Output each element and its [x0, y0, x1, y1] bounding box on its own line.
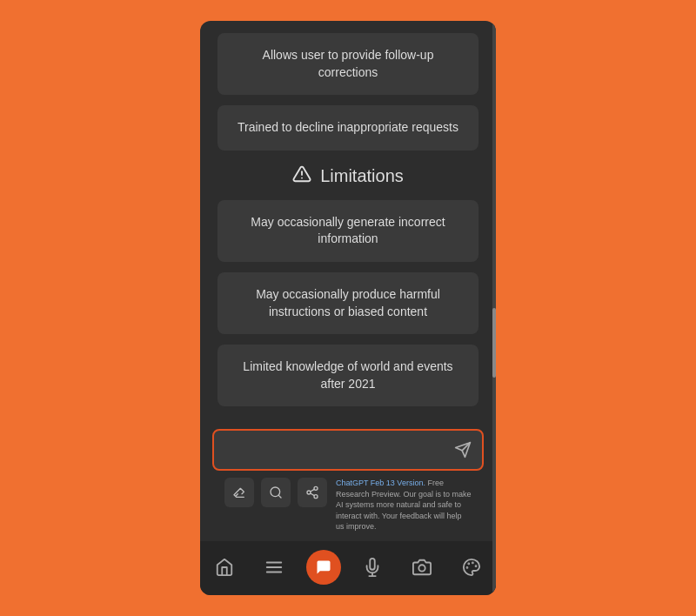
- scrollbar: [492, 21, 496, 595]
- footer-icons: [224, 478, 327, 507]
- footer-text: ChatGPT Feb 13 Version. Free Research Pr…: [336, 478, 472, 532]
- svg-point-19: [468, 563, 469, 564]
- search-icon: [269, 485, 283, 499]
- mic-icon: [363, 558, 382, 577]
- svg-line-10: [311, 489, 315, 492]
- incorrect-info-card: May occasionally generate incorrect info…: [218, 200, 478, 262]
- warning-icon: [292, 164, 311, 188]
- share-icon: [305, 485, 319, 499]
- harmful-content-card: May occasionally produce harmful instruc…: [218, 272, 478, 334]
- nav-chat-button[interactable]: [306, 550, 341, 585]
- limitations-header: Limitations: [218, 164, 478, 188]
- phone-container: Allows user to provide follow-up correct…: [200, 21, 496, 595]
- nav-camera-button[interactable]: [405, 550, 439, 585]
- nav-palette-button[interactable]: [454, 550, 489, 585]
- chat-icon: [315, 559, 332, 576]
- svg-point-18: [475, 566, 476, 566]
- share-button[interactable]: [298, 478, 327, 507]
- decline-card: Trained to decline inappropriate request…: [218, 105, 478, 151]
- svg-point-20: [466, 567, 467, 568]
- svg-line-5: [278, 495, 281, 498]
- nav-menu-button[interactable]: [257, 550, 291, 585]
- nav-home-button[interactable]: [207, 550, 242, 585]
- content-area: Allows user to provide follow-up correct…: [200, 21, 496, 422]
- bottom-nav: [200, 541, 496, 595]
- camera-icon: [412, 558, 432, 577]
- footer-info: ChatGPT Feb 13 Version. Free Research Pr…: [212, 476, 484, 538]
- menu-icon: [264, 558, 284, 577]
- home-icon: [215, 558, 234, 577]
- limited-knowledge-card: Limited knowledge of world and events af…: [218, 345, 478, 406]
- input-area: ChatGPT Feb 13 Version. Free Research Pr…: [200, 422, 496, 541]
- scrollbar-thumb: [492, 308, 496, 378]
- palette-icon: [462, 558, 481, 577]
- eraser-icon: [232, 485, 246, 499]
- svg-point-17: [472, 563, 473, 564]
- svg-point-16: [418, 565, 425, 571]
- svg-line-9: [311, 493, 315, 496]
- search-button[interactable]: [261, 478, 291, 507]
- eraser-button[interactable]: [224, 478, 254, 507]
- send-icon: [454, 441, 472, 459]
- chat-input[interactable]: [223, 432, 449, 467]
- nav-mic-button[interactable]: [355, 550, 390, 585]
- version-link[interactable]: ChatGPT Feb 13 Version.: [336, 479, 425, 487]
- input-box-wrapper: [212, 429, 484, 471]
- follow-up-card: Allows user to provide follow-up correct…: [218, 33, 478, 95]
- send-button[interactable]: [449, 438, 477, 462]
